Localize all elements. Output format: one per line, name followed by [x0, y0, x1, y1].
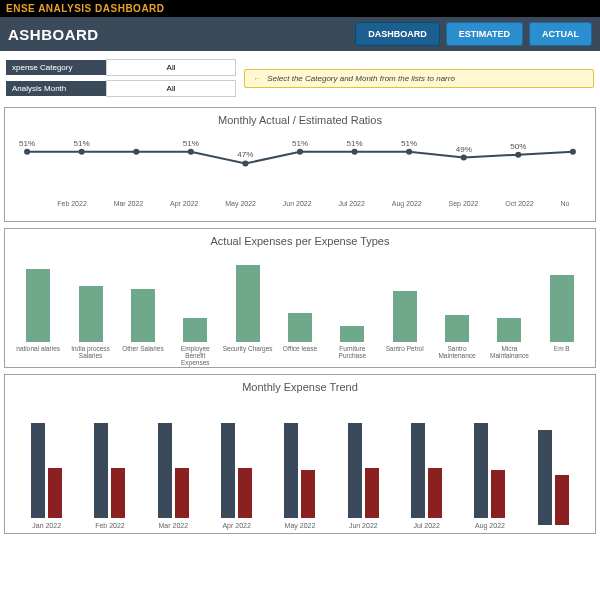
hint-banner: ← Select the Category and Month from the…	[244, 69, 594, 88]
filter-month-label: Analysis Month	[6, 81, 106, 96]
xaxis-label: Apr 2022	[170, 200, 198, 207]
tab-estimated[interactable]: ESTIMATED	[446, 22, 523, 46]
bar	[497, 318, 521, 342]
group-label: Jun 2022	[349, 522, 378, 529]
svg-point-19	[570, 149, 576, 155]
chart-expense-types: Actual Expenses per Expense Types nation…	[4, 228, 596, 368]
group-column: Jun 2022	[332, 418, 395, 529]
grouped-bar	[365, 468, 379, 518]
xaxis-label: No	[561, 200, 570, 207]
bar-label: Santro Petrol	[386, 345, 424, 363]
bar-label: Santro Maintenance	[432, 345, 482, 363]
bar-column: Other Salaries	[118, 289, 168, 363]
svg-text:50%: 50%	[510, 142, 526, 151]
bar	[393, 291, 417, 342]
xaxis-label: Jul 2022	[338, 200, 364, 207]
group-column: Jul 2022	[395, 418, 458, 529]
grouped-bar	[31, 423, 45, 518]
filter-category-label: xpense Category	[6, 60, 106, 75]
xaxis-label: May 2022	[225, 200, 256, 207]
group-column	[522, 425, 585, 529]
group-label: May 2022	[285, 522, 316, 529]
hint-text: Select the Category and Month from the l…	[267, 74, 455, 83]
chart-expense-types-plot: national alariesIndia process SalariesOt…	[9, 253, 591, 363]
page-title: ASHBOARD	[8, 26, 99, 43]
svg-point-4	[133, 149, 139, 155]
chart-monthly-trend-title: Monthly Expense Trend	[9, 379, 591, 399]
tab-actual[interactable]: ACTUAL	[529, 22, 592, 46]
chart-monthly-trend: Monthly Expense Trend Jan 2022Feb 2022Ma…	[4, 374, 596, 534]
grouped-bar	[555, 475, 569, 525]
svg-text:51%: 51%	[292, 139, 308, 148]
filter-month-select[interactable]: All	[106, 80, 236, 97]
svg-point-11	[352, 149, 358, 155]
chart-monthly-trend-plot: Jan 2022Feb 2022Mar 2022Apr 2022May 2022…	[9, 399, 591, 529]
group-column: Jan 2022	[15, 418, 78, 529]
bar	[26, 269, 50, 342]
group-label: Mar 2022	[159, 522, 189, 529]
xaxis-label: Feb 2022	[57, 200, 87, 207]
grouped-bar	[284, 423, 298, 518]
xaxis-label: Mar 2022	[114, 200, 144, 207]
group-label: Feb 2022	[95, 522, 125, 529]
bar	[340, 326, 364, 342]
grouped-bar	[348, 423, 362, 518]
bar-column: India process Salaries	[65, 286, 115, 363]
svg-point-7	[242, 160, 248, 166]
bar	[131, 289, 155, 342]
bar-column: Office lease	[275, 313, 325, 363]
bar	[79, 286, 103, 342]
chart-ratios-plot: 51%51%51%47%51%51%51%49%50% Feb 2022Mar …	[9, 132, 591, 217]
bar-column: national alaries	[13, 269, 63, 363]
grouped-bar	[474, 423, 488, 518]
xaxis-label: Sep 2022	[449, 200, 479, 207]
group-column: Mar 2022	[142, 418, 205, 529]
grouped-bar	[94, 423, 108, 518]
xaxis-label: Oct 2022	[505, 200, 533, 207]
group-label: Apr 2022	[222, 522, 250, 529]
bar-label: national alaries	[16, 345, 60, 363]
bar-label: Furniture Purchase	[327, 345, 377, 363]
grouped-bar	[111, 468, 125, 518]
svg-point-2	[79, 149, 85, 155]
bar-column: Santro Maintenance	[432, 315, 482, 363]
bar-column: Security Charges	[222, 265, 272, 363]
group-label: Jul 2022	[413, 522, 439, 529]
bar-label: Security Charges	[223, 345, 273, 363]
bar	[236, 265, 260, 342]
group-label: Jan 2022	[32, 522, 61, 529]
bar-label: Micra Maintainance	[484, 345, 534, 363]
svg-text:51%: 51%	[19, 139, 35, 148]
svg-text:51%: 51%	[183, 139, 199, 148]
header: ASHBOARD DASHBOARD ESTIMATED ACTUAL	[0, 17, 600, 51]
group-column: Apr 2022	[205, 418, 268, 529]
grouped-bar	[491, 470, 505, 518]
grouped-bar	[158, 423, 172, 518]
grouped-bar	[221, 423, 235, 518]
chart-expense-types-title: Actual Expenses per Expense Types	[9, 233, 591, 253]
bar-label: Office lease	[283, 345, 317, 363]
svg-point-5	[188, 149, 194, 155]
svg-point-15	[461, 155, 467, 161]
window-titlebar: ENSE ANALYSIS DASHBOARD	[0, 0, 600, 17]
filter-bar: xpense Category All Analysis Month All ←…	[0, 51, 600, 101]
tab-dashboard[interactable]: DASHBOARD	[355, 22, 440, 46]
svg-point-9	[297, 149, 303, 155]
bar	[288, 313, 312, 342]
group-column: May 2022	[268, 418, 331, 529]
bar-label: Employee Benefit Expenses	[170, 345, 220, 363]
bar	[183, 318, 207, 342]
bar-column: Furniture Purchase	[327, 326, 377, 363]
bar-column: Micra Maintainance	[484, 318, 534, 363]
bar-column: Em B	[537, 275, 587, 363]
bar-column: Employee Benefit Expenses	[170, 318, 220, 363]
filter-category-select[interactable]: All	[106, 59, 236, 76]
group-label: Aug 2022	[475, 522, 505, 529]
svg-text:47%: 47%	[237, 151, 253, 160]
bar	[445, 315, 469, 342]
group-column: Aug 2022	[458, 418, 521, 529]
grouped-bar	[175, 468, 189, 518]
grouped-bar	[411, 423, 425, 518]
svg-point-13	[406, 149, 412, 155]
grouped-bar	[538, 430, 552, 525]
